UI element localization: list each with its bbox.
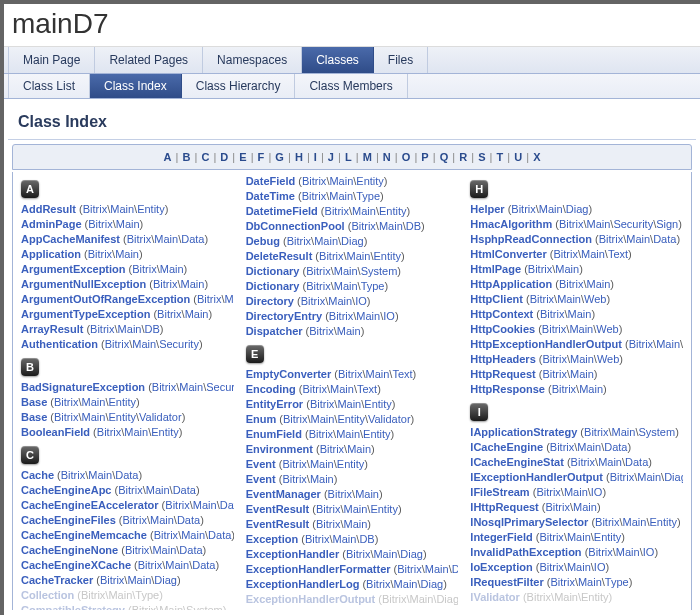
namespace-link[interactable]: Bitrix	[610, 471, 634, 483]
namespace-link[interactable]: Bitrix	[306, 265, 330, 277]
namespace-link[interactable]: Entity	[650, 516, 678, 528]
class-link[interactable]: BooleanField	[21, 426, 90, 438]
namespace-link[interactable]: Bitrix	[328, 488, 352, 500]
namespace-link[interactable]: Diag	[566, 203, 589, 215]
namespace-link[interactable]: Main	[555, 263, 579, 275]
namespace-link[interactable]: Main	[616, 546, 640, 558]
class-link[interactable]: IExceptionHandlerOutput	[470, 471, 603, 483]
namespace-link[interactable]: Main	[160, 263, 184, 275]
namespace-link[interactable]: Main	[108, 589, 132, 601]
namespace-link[interactable]: Bitrix	[306, 280, 330, 292]
namespace-link[interactable]: Main	[116, 218, 140, 230]
class-link[interactable]: ArgumentNullException	[21, 278, 146, 290]
namespace-link[interactable]: Bitrix	[397, 563, 421, 575]
class-link[interactable]: CacheTracker	[21, 574, 93, 586]
namespace-link[interactable]: IO	[355, 295, 367, 307]
namespace-link[interactable]: Type	[356, 190, 380, 202]
namespace-link[interactable]: Validator	[368, 413, 411, 425]
namespace-link[interactable]: Web	[596, 323, 618, 335]
namespace-link[interactable]: Main	[347, 443, 371, 455]
namespace-link[interactable]: Bitrix	[539, 531, 563, 543]
namespace-link[interactable]: Bitrix	[559, 278, 583, 290]
class-link[interactable]: IHttpRequest	[470, 501, 538, 513]
namespace-link[interactable]: Bitrix	[552, 383, 576, 395]
namespace-link[interactable]: Bitrix	[54, 396, 78, 408]
namespace-link[interactable]: Main	[82, 396, 106, 408]
namespace-link[interactable]: Bitrix	[542, 323, 566, 335]
namespace-link[interactable]: Main	[539, 203, 563, 215]
namespace-link[interactable]: Main	[82, 411, 106, 423]
class-link[interactable]: Cache	[21, 469, 54, 481]
namespace-link[interactable]: Main	[570, 368, 594, 380]
alpha-link-x[interactable]: X	[533, 151, 540, 163]
namespace-link[interactable]: Bitrix	[97, 426, 121, 438]
namespace-link[interactable]: Main	[118, 323, 142, 335]
namespace-link[interactable]: Bitrix	[528, 263, 552, 275]
alpha-link-e[interactable]: E	[239, 151, 246, 163]
namespace-link[interactable]: Bitrix	[100, 574, 124, 586]
namespace-link[interactable]: Main	[336, 428, 360, 440]
class-link[interactable]: Dispatcher	[246, 325, 303, 337]
tab-namespaces[interactable]: Namespaces	[203, 47, 302, 73]
namespace-link[interactable]: Type	[135, 589, 159, 601]
tab-classes[interactable]: Classes	[302, 47, 374, 73]
class-link[interactable]: AddResult	[21, 203, 76, 215]
class-link[interactable]: ICacheEngine	[470, 441, 543, 453]
namespace-link[interactable]: Diag	[664, 471, 683, 483]
class-link[interactable]: IoException	[470, 561, 532, 573]
class-link[interactable]: HttpContext	[470, 308, 533, 320]
namespace-link[interactable]: Bitrix	[536, 486, 560, 498]
namespace-link[interactable]: Entity	[356, 175, 384, 187]
class-link[interactable]: DateTime	[246, 190, 295, 202]
alpha-link-g[interactable]: G	[275, 151, 284, 163]
class-link[interactable]: Directory	[246, 295, 294, 307]
namespace-link[interactable]: IO	[594, 561, 606, 573]
namespace-link[interactable]: Entity	[370, 503, 398, 515]
namespace-link[interactable]: Entity	[581, 591, 609, 603]
class-link[interactable]: Event	[246, 458, 276, 470]
namespace-link[interactable]: Bitrix	[546, 501, 570, 513]
class-link[interactable]: Exception	[246, 533, 299, 545]
namespace-link[interactable]: IO	[591, 486, 603, 498]
class-link[interactable]: EntityError	[246, 398, 303, 410]
namespace-link[interactable]: Validator	[139, 411, 182, 423]
class-link[interactable]: EnumField	[246, 428, 302, 440]
class-link[interactable]: HtmlPage	[470, 263, 521, 275]
class-link[interactable]: Base	[21, 396, 47, 408]
class-link[interactable]: BadSignatureException	[21, 381, 145, 393]
subtab-class-index[interactable]: Class Index	[90, 74, 182, 98]
namespace-link[interactable]: Bitrix	[316, 518, 340, 530]
namespace-link[interactable]: Bitrix	[309, 325, 333, 337]
class-link[interactable]: IValidator	[470, 591, 520, 603]
class-link[interactable]: EventManager	[246, 488, 321, 500]
class-link[interactable]: ArgumentException	[21, 263, 126, 275]
namespace-link[interactable]: Bitrix	[118, 484, 142, 496]
namespace-link[interactable]: Main	[637, 471, 661, 483]
namespace-link[interactable]: Bitrix	[283, 413, 307, 425]
namespace-link[interactable]: Entity	[364, 398, 392, 410]
namespace-link[interactable]: Main	[554, 591, 578, 603]
class-link[interactable]: Debug	[246, 235, 280, 247]
class-link[interactable]: Application	[21, 248, 81, 260]
namespace-link[interactable]: Bitrix	[282, 473, 306, 485]
namespace-link[interactable]: Entity	[137, 203, 165, 215]
namespace-link[interactable]: Bitrix	[282, 458, 306, 470]
namespace-link[interactable]: Bitrix	[88, 218, 112, 230]
namespace-link[interactable]: Bitrix	[550, 576, 574, 588]
namespace-link[interactable]: Security	[206, 381, 233, 393]
namespace-link[interactable]: Bitrix	[346, 548, 370, 560]
namespace-link[interactable]: System	[186, 604, 223, 610]
namespace-link[interactable]: Bitrix	[309, 428, 333, 440]
namespace-link[interactable]: Diag	[400, 548, 423, 560]
namespace-link[interactable]: DB	[145, 323, 160, 335]
class-link[interactable]: HttpApplication	[470, 278, 552, 290]
class-link[interactable]: INosqlPrimarySelector	[470, 516, 588, 528]
namespace-link[interactable]: Entity	[151, 426, 179, 438]
class-link[interactable]: EventResult	[246, 518, 310, 530]
namespace-link[interactable]: Main	[579, 383, 603, 395]
namespace-link[interactable]: Type	[605, 576, 629, 588]
namespace-link[interactable]: Main	[193, 499, 217, 511]
namespace-link[interactable]: Main	[567, 561, 591, 573]
namespace-link[interactable]: Security	[613, 218, 653, 230]
subtab-class-list[interactable]: Class List	[8, 74, 90, 98]
